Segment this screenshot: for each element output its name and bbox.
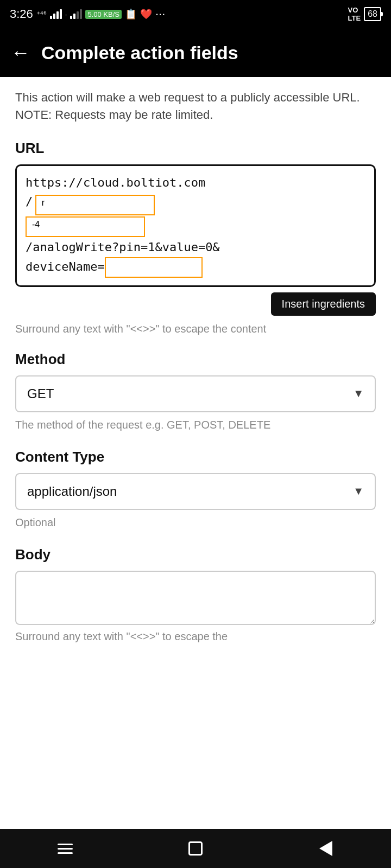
method-dropdown-arrow: ▼ [353, 387, 364, 400]
time-display: 3:26 [10, 7, 33, 21]
more-dots: ··· [155, 7, 165, 21]
content-type-value: application/json [27, 484, 117, 499]
status-left: 3:26 ⁺⁴⁶ · 5.00 KB/S 📋 ❤️ ··· [10, 7, 165, 21]
home-button[interactable] [179, 832, 212, 865]
main-content: This action will make a web request to a… [0, 77, 391, 829]
url-line-4: /analogWrite?pin=1&value=0& [26, 238, 365, 256]
url-label: URL [15, 140, 376, 157]
url-ingredient-2[interactable]: -4 [26, 216, 145, 237]
insert-ingredients-button[interactable]: Insert ingredients [271, 292, 376, 316]
method-dropdown[interactable]: GET ▼ [15, 375, 376, 412]
separator: · [65, 10, 67, 18]
url-input-box[interactable]: https://cloud.boltiot.com / r -4 /analog… [15, 164, 376, 287]
method-section: Method GET ▼ The method of the request e… [15, 351, 376, 446]
menu-button[interactable] [49, 832, 81, 865]
back-button[interactable]: ← [11, 41, 30, 64]
url-hint: Surround any text with "<<>>" to escape … [15, 321, 376, 337]
content-type-hint: Optional [15, 516, 376, 529]
content-type-dropdown[interactable]: application/json ▼ [15, 473, 376, 510]
content-type-section: Content Type application/json ▼ Optional [15, 449, 376, 544]
status-right: VOLTE 68 [348, 6, 381, 22]
method-value: GET [27, 386, 54, 401]
content-type-label: Content Type [15, 449, 376, 465]
notification-icon-1: 📋 [125, 8, 137, 20]
url-ingredient-1[interactable]: r [35, 195, 155, 215]
volte-indicator: VOLTE [348, 6, 361, 22]
battery-indicator: 68 [364, 7, 381, 21]
method-label: Method [15, 351, 376, 368]
method-hint: The method of the request e.g. GET, POST… [15, 419, 376, 431]
back-nav-button[interactable] [310, 832, 342, 865]
url-line-1: https://cloud.boltiot.com [26, 174, 365, 192]
description-text: This action will make a web request to a… [15, 89, 376, 124]
content-type-dropdown-arrow: ▼ [353, 485, 364, 497]
url-section: URL https://cloud.boltiot.com / r -4 /an… [15, 140, 376, 351]
body-section: Body Surround any text with "<<>>" to es… [15, 546, 376, 643]
square-icon [188, 841, 203, 856]
page-title: Complete action fields [41, 42, 238, 63]
bottom-nav [0, 829, 391, 868]
url-line-5: deviceName= [26, 257, 365, 278]
body-label: Body [15, 546, 376, 563]
url-line-2-block: / r [26, 193, 365, 215]
data-indicator: ⁺⁴⁶ [36, 10, 47, 18]
hamburger-icon [58, 844, 73, 854]
body-hint: Surround any text with "<<>>" to escape … [15, 630, 376, 643]
signal-bars-2 [70, 9, 82, 19]
url-line-3-block: -4 [26, 216, 365, 237]
signal-bars-1 [50, 9, 62, 19]
url-ingredient-3[interactable] [105, 257, 203, 278]
notification-icon-2: ❤️ [140, 8, 152, 20]
triangle-back-icon [319, 841, 332, 856]
kb-indicator: 5.00 KB/S [85, 10, 122, 19]
status-bar: 3:26 ⁺⁴⁶ · 5.00 KB/S 📋 ❤️ ··· VOLTE 68 [0, 0, 391, 28]
body-input[interactable] [15, 571, 376, 625]
nav-bar: ← Complete action fields [0, 28, 391, 77]
